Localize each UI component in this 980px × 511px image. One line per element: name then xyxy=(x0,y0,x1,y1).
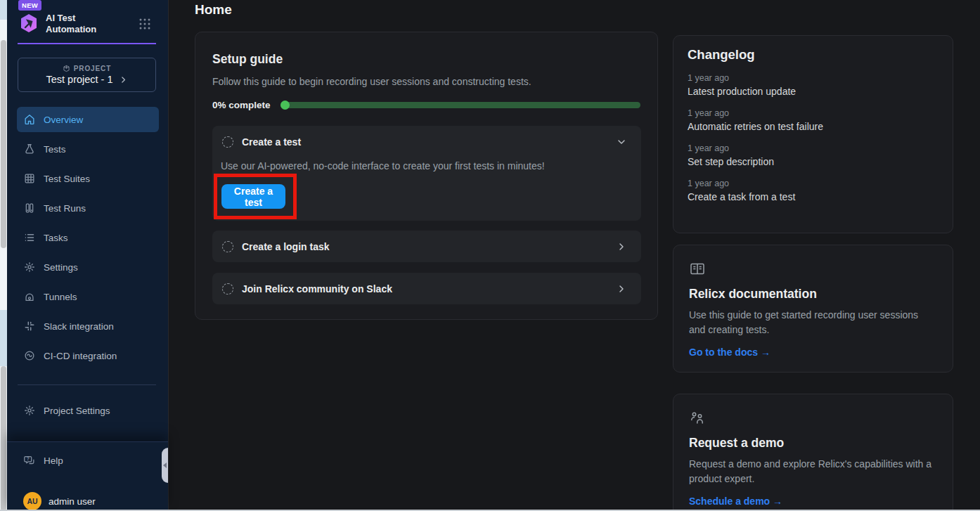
app-title: AI Test Automation xyxy=(46,13,96,35)
sidebar-item-help[interactable]: ? Help xyxy=(17,448,159,473)
sidebar-item-label: Slack integration xyxy=(44,321,114,332)
sidebar-item-label: Help xyxy=(44,455,63,466)
user-menu[interactable]: AU admin user xyxy=(17,489,159,511)
page-title: Home xyxy=(195,2,232,18)
sidebar-item-project-settings[interactable]: Project Settings xyxy=(17,398,159,423)
table-icon xyxy=(23,172,36,185)
progress-row: 0% complete xyxy=(212,100,640,110)
sidebar-item-label: Tests xyxy=(44,144,66,155)
flask-icon xyxy=(23,143,36,155)
sidebar-collapse-handle[interactable] xyxy=(162,448,168,483)
app-logo-row[interactable]: AI Test Automation xyxy=(18,10,158,38)
sidebar-nav: Overview Tests Test Suites Test Runs xyxy=(17,107,159,373)
background-scrollbar xyxy=(1,40,6,248)
go-to-docs-link[interactable]: Go to the docs → xyxy=(689,347,771,358)
background-scrollbar xyxy=(1,366,6,511)
chevron-right-icon xyxy=(616,283,627,295)
setup-guide-title: Setup guide xyxy=(212,52,283,67)
sidebar-item-test-suites[interactable]: Test Suites xyxy=(17,166,159,191)
chevron-left-icon xyxy=(163,463,167,468)
gear-icon xyxy=(23,261,36,273)
changelog-text: Automatic retries on test failure xyxy=(688,121,939,132)
changelog-time: 1 year ago xyxy=(688,73,939,83)
changelog-text: Create a task from a test xyxy=(688,191,939,202)
sidebar-item-label: Test Runs xyxy=(44,203,86,214)
sidebar-item-label: CI-CD integration xyxy=(44,351,117,361)
changelog-time: 1 year ago xyxy=(688,108,939,118)
changelog-card: Changelog 1 year ago Latest production u… xyxy=(673,35,953,233)
sidebar-footer: ? Help AU admin user xyxy=(7,441,168,511)
progress-label: 0% complete xyxy=(212,100,271,110)
changelog-time: 1 year ago xyxy=(688,179,939,188)
sidebar-item-overview[interactable]: Overview xyxy=(17,107,159,132)
people-icon xyxy=(689,410,706,427)
list-icon xyxy=(23,231,36,244)
setup-step-join-slack-community: Join Relicx community on Slack xyxy=(212,273,641,304)
sidebar-item-slack-integration[interactable]: Slack integration xyxy=(17,313,159,339)
sidebar-item-label: Project Settings xyxy=(44,406,110,416)
chevron-down-icon xyxy=(616,136,627,148)
sidebar-item-tasks[interactable]: Tasks xyxy=(17,225,159,250)
changelog-title: Changelog xyxy=(688,47,939,63)
cicd-icon xyxy=(23,349,36,362)
columns-icon xyxy=(23,202,36,214)
tunnel-icon xyxy=(23,290,36,303)
cube-icon xyxy=(63,65,70,72)
step-header[interactable]: Create a test xyxy=(212,126,641,157)
sidebar-item-tunnels[interactable]: Tunnels xyxy=(17,284,159,309)
avatar: AU xyxy=(23,492,41,510)
sidebar-item-label: Tunnels xyxy=(44,292,77,302)
strip-segment xyxy=(0,0,7,20)
step-description: Use our AI-powered, no-code interface to… xyxy=(221,160,545,172)
user-name: admin user xyxy=(49,496,96,507)
sidebar-item-test-runs[interactable]: Test Runs xyxy=(17,195,159,221)
sidebar-item-label: Settings xyxy=(44,262,78,273)
step-title: Join Relicx community on Slack xyxy=(242,283,392,295)
setup-guide-description: Follow this guide to begin recording use… xyxy=(212,76,531,87)
setup-step-create-a-login-task: Create a login task xyxy=(212,231,641,262)
project-selector[interactable]: PROJECT Test project - 1 xyxy=(18,58,156,92)
request-demo-card: Request a demo Request a demo and explor… xyxy=(673,394,953,511)
step-title: Create a login task xyxy=(242,241,330,252)
book-icon xyxy=(689,261,706,278)
home-icon xyxy=(23,113,36,126)
sidebar-item-tests[interactable]: Tests xyxy=(17,136,159,162)
chevron-right-icon xyxy=(616,241,627,252)
sidebar-divider xyxy=(18,384,156,385)
documentation-card: Relicx documentation Use this guide to g… xyxy=(673,245,953,373)
changelog-entry: 1 year ago Create a task from a test xyxy=(688,179,939,202)
changelog-text: Latest production update xyxy=(688,86,939,97)
svg-text:?: ? xyxy=(27,456,30,461)
sidebar-secondary-nav: Project Settings xyxy=(17,398,159,427)
changelog-entry: 1 year ago Latest production update xyxy=(688,73,939,97)
changelog-text: Set step description xyxy=(688,156,939,167)
schedule-demo-link[interactable]: Schedule a demo → xyxy=(689,496,782,507)
progress-bar xyxy=(281,102,640,108)
strip-segment xyxy=(0,310,7,366)
incomplete-step-icon xyxy=(222,283,233,295)
background-window-edge xyxy=(0,0,7,511)
project-label: PROJECT xyxy=(74,65,112,72)
gear-icon xyxy=(23,404,36,417)
demo-title: Request a demo xyxy=(689,436,937,451)
step-header[interactable]: Create a login task xyxy=(212,231,641,262)
sidebar-item-label: Tasks xyxy=(44,233,68,243)
annotation-highlight-box: Create a test xyxy=(214,174,297,219)
accent-divider xyxy=(18,43,156,44)
documentation-description: Use this guide to get started recording … xyxy=(689,308,937,337)
sidebar-item-settings[interactable]: Settings xyxy=(17,254,159,280)
sidebar-item-cicd-integration[interactable]: CI-CD integration xyxy=(17,343,159,368)
app-logo-icon xyxy=(18,13,40,35)
documentation-title: Relicx documentation xyxy=(689,287,937,302)
incomplete-step-icon xyxy=(222,241,233,252)
step-title: Create a test xyxy=(242,136,301,148)
incomplete-step-icon xyxy=(222,136,233,148)
step-header[interactable]: Join Relicx community on Slack xyxy=(212,273,641,304)
setup-guide-card: Setup guide Follow this guide to begin r… xyxy=(195,32,658,320)
chevron-right-icon xyxy=(119,75,128,84)
app-launcher-icon[interactable] xyxy=(138,18,151,30)
sidebar-item-label: Test Suites xyxy=(44,174,90,184)
create-a-test-button[interactable]: Create a test xyxy=(221,184,285,209)
new-badge: NEW xyxy=(18,0,41,11)
changelog-entry: 1 year ago Set step description xyxy=(688,143,939,167)
